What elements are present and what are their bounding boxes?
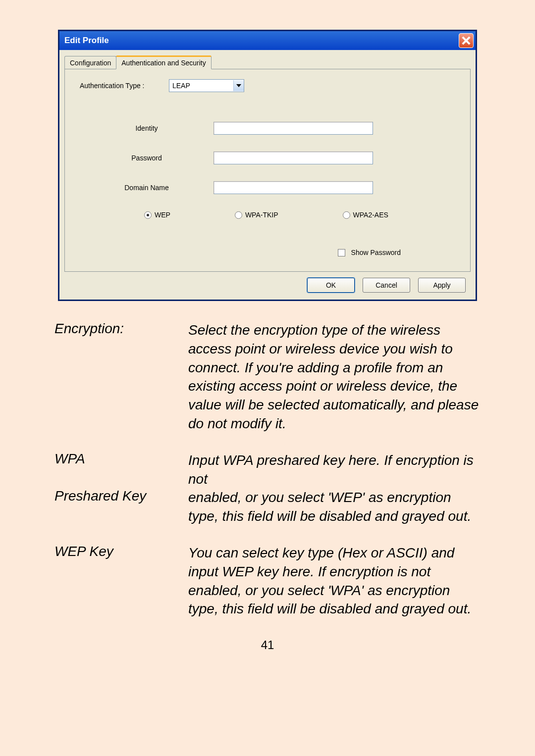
identity-input[interactable] xyxy=(214,122,373,135)
password-input[interactable] xyxy=(214,151,373,164)
password-label: Password xyxy=(80,154,214,162)
definitions-list: Encryption: Select the encryption type o… xyxy=(54,321,481,618)
term-preshared: Preshared Key xyxy=(54,488,188,504)
show-password-row: Show Password xyxy=(80,249,455,256)
encryption-radio-group: WEP WPA-TKIP WPA2-AES xyxy=(80,211,455,219)
tab-authentication-security[interactable]: Authentication and Security xyxy=(116,55,211,69)
tab-configuration[interactable]: Configuration xyxy=(64,56,116,69)
term-encryption: Encryption: xyxy=(54,321,188,337)
identity-label: Identity xyxy=(80,124,214,132)
ok-button[interactable]: OK xyxy=(307,278,355,293)
radio-wpa-tkip[interactable]: WPA-TKIP xyxy=(235,211,278,219)
authentication-type-label: Authentication Type : xyxy=(80,82,169,90)
chevron-down-icon xyxy=(236,84,241,87)
password-row: Password xyxy=(80,151,455,164)
radio-wep-label: WEP xyxy=(155,211,170,219)
apply-button[interactable]: Apply xyxy=(418,278,466,293)
desc-encryption: Select the encryption type of the wirele… xyxy=(188,321,481,433)
tab-panel-auth: Authentication Type : LEAP Identity Pass… xyxy=(64,69,471,272)
radio-wep[interactable]: WEP xyxy=(144,211,170,219)
desc-preshared: enabled, or you select 'WEP' as encrypti… xyxy=(188,488,481,526)
term-wpa: WPA xyxy=(54,451,188,467)
term-wep: WEP Key xyxy=(54,544,188,559)
definition-preshared: Preshared Key enabled, or you select 'WE… xyxy=(54,488,481,526)
authentication-type-value: LEAP xyxy=(169,82,233,90)
radio-icon xyxy=(144,211,152,219)
identity-row: Identity xyxy=(80,122,455,135)
radio-icon xyxy=(343,211,350,219)
checkbox-icon xyxy=(338,249,345,256)
tab-strip: Configuration Authentication and Securit… xyxy=(64,55,471,69)
authentication-type-row: Authentication Type : LEAP xyxy=(80,79,455,92)
dropdown-arrow xyxy=(233,80,244,91)
cancel-button[interactable]: Cancel xyxy=(363,278,410,293)
show-password-checkbox[interactable]: Show Password xyxy=(338,249,401,256)
domain-row: Domain Name xyxy=(80,181,455,194)
dialog-title: Edit Profile xyxy=(64,36,109,46)
show-password-label: Show Password xyxy=(351,249,401,256)
titlebar: Edit Profile xyxy=(59,31,476,50)
edit-profile-dialog: Edit Profile Configuration Authenticatio… xyxy=(58,30,477,301)
definition-wpa: WPA Input WPA preshared key here. If enc… xyxy=(54,451,481,489)
radio-wpa2-aes-label: WPA2-AES xyxy=(353,211,388,219)
domain-input[interactable] xyxy=(214,181,373,194)
radio-wpa-tkip-label: WPA-TKIP xyxy=(245,211,278,219)
close-button[interactable] xyxy=(459,33,474,48)
authentication-type-select[interactable]: LEAP xyxy=(169,79,244,92)
definition-wep: WEP Key You can select key type (Hex or … xyxy=(54,544,481,618)
desc-wpa: Input WPA preshared key here. If encrypt… xyxy=(188,451,481,489)
radio-wpa2-aes[interactable]: WPA2-AES xyxy=(343,211,388,219)
domain-label: Domain Name xyxy=(80,184,214,192)
radio-icon xyxy=(235,211,242,219)
definition-encryption: Encryption: Select the encryption type o… xyxy=(54,321,481,433)
dialog-body: Configuration Authentication and Securit… xyxy=(59,50,476,300)
dialog-footer: OK Cancel Apply xyxy=(64,275,471,293)
page-number: 41 xyxy=(54,638,481,652)
close-icon xyxy=(462,36,471,45)
desc-wep: You can select key type (Hex or ASCII) a… xyxy=(188,544,481,618)
